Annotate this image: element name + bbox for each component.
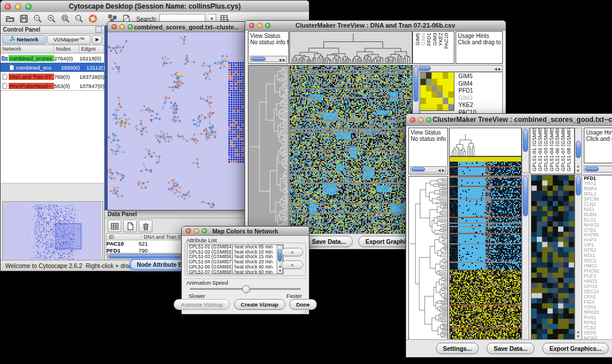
network-view-titlebar[interactable]: combined_scores_good.txt--cluste... [108,22,250,32]
tv1-view-status: View Status No status info f ◀▶ [248,31,289,64]
network-overview[interactable] [2,201,103,263]
tv1-save-data-button[interactable]: Save Data... [305,236,353,247]
network-nodes: 2569(6) [61,64,86,71]
close-button[interactable] [5,3,11,10]
network-table-row[interactable]: RNAPuberNov2+563(0)107847(0) [1,81,104,90]
tv1-gene-label: PFD1 [458,87,476,95]
treeview2-titlebar[interactable]: ClusterMaker TreeView : combined_scores_… [406,114,612,126]
resize-grip[interactable] [302,307,308,313]
close-button[interactable] [112,24,117,29]
network-edges: 183728(0) [79,74,105,80]
treeview1-titlebar[interactable]: ClusterMaker TreeView : DNA and Tran 07-… [245,21,506,30]
move-up-button[interactable]: ∧ [281,248,303,256]
zoom-fit-icon[interactable] [59,13,71,24]
tv2-column-dendrogram[interactable] [449,128,522,156]
tv1-column-label: PFD1 [426,33,431,46]
network-name: combined_scores [9,55,54,62]
tv2-zoom-hscrollbar[interactable] [584,166,612,173]
zoom-button[interactable] [128,24,133,29]
new-attribute-icon[interactable] [123,220,137,232]
tv2-zoom-heatmap[interactable] [531,175,575,340]
minimize-button[interactable] [15,3,21,10]
tab-vizmapper[interactable]: VizMapper™ [47,35,91,44]
network-edges: 16218(0) [79,55,105,62]
tv2-gene-labels: PFD1YRA1RNR4MSL1SPC98CLN1NIS1BUD4ELG1MAK… [583,175,612,340]
tv1-gene-label: GIM3 [458,95,476,102]
tv1-row-dendrogram[interactable] [248,65,289,235]
attribute-list[interactable]: GPL51-01 (GSM854) heat shock 05 minGPL51… [187,244,284,274]
tab-network[interactable]: Network [2,35,46,44]
control-panel: Control Panel Network VizMapper™ ▶ N [1,26,105,260]
slider-thumb[interactable] [242,285,250,293]
close-button[interactable] [410,117,415,122]
open-folder-icon[interactable] [4,13,16,24]
tv2-heatmap[interactable] [449,156,522,340]
network-table-row[interactable]: DNA and Tran 07769(0)183728(0) [1,72,104,81]
cytoscape-titlebar[interactable]: Cytoscape Desktop (Session Name: collins… [1,1,309,13]
tv2-gene-scrollbar[interactable]: ▲▼ [575,175,582,340]
minimize-button[interactable] [257,23,262,28]
network-table-header: Network Nodes Edges [1,45,104,53]
network-view-canvas[interactable] [108,32,248,209]
minimize-button[interactable] [194,228,199,233]
help-ring-icon[interactable] [87,13,98,24]
tv2-column-label: GPL51-03 (GSM856) [543,128,548,171]
control-panel-title: Control Panel [3,26,40,33]
tv1-zoom-hscrollbar[interactable]: ◀▶ [412,65,503,72]
tv2-column-label: GPL51-08 (GSM872) [566,128,571,171]
tv2-row-dendrogram[interactable] [408,176,448,340]
tv1-column-labels: GIM5GIM4PFD1GIM3YKE2PAC10 [412,31,454,64]
faster-label: Faster [286,293,302,299]
animation-speed-slider[interactable] [190,288,301,290]
tab-overflow-arrow[interactable]: ▶ [92,35,102,44]
zoom-in-icon[interactable] [45,13,57,24]
tv2-collabel-scrollbar[interactable]: ▲▼ [575,128,582,174]
tv1-heatmap[interactable] [289,65,412,235]
minimize-button[interactable] [120,24,125,29]
window-controls [5,3,32,10]
close-button[interactable] [249,23,254,28]
tv2-save-data-button[interactable]: Save Data... [487,343,534,354]
save-icon[interactable] [18,13,29,24]
tv1-column-label: YKE2 [438,33,443,46]
tv1-column-dendrogram[interactable] [289,31,412,64]
tv2-status-hscrollbar[interactable]: ◀▶ [410,166,446,173]
slower-label: Slower [189,293,205,299]
zoom-actual-icon[interactable]: 1:1 [73,13,85,24]
dialog-titlebar[interactable]: Map Colors to Network [182,227,309,236]
animation-speed-label: Animation Speed [186,279,228,286]
treeview2-window: ClusterMaker TreeView : combined_scores_… [406,113,612,358]
network-table-row[interactable]: combined_scores2764(0)16218(0) [1,53,104,63]
tv1-zoom-heatmap[interactable] [420,72,454,111]
attribute-table-icon[interactable] [108,220,121,232]
zoom-button[interactable] [426,117,431,122]
tv2-top-vscrollbar[interactable] [522,128,529,173]
create-vizmap-button[interactable]: Create Vizmap [234,299,285,310]
tv1-status-hscrollbar[interactable]: ◀▶ [250,56,287,62]
minimize-button[interactable] [418,117,423,122]
tv2-button-bar: Settings... Save Data... Export Graphics… [406,339,612,357]
network-nodes: 2764(0) [54,55,79,62]
zoom-button[interactable] [202,228,207,233]
tv1-gene-label: YKE2 [458,102,476,109]
network-table-row[interactable]: combined_sco2569(6)13112(15) [1,63,104,72]
map-colors-dialog: Map Colors to Network Attribute List GPL… [181,226,309,315]
tv1-zoom-gene-labels: GIM5GIM4PFD1GIM3YKE2PAC10 [457,72,476,116]
tv2-settings-button[interactable]: Settings... [436,343,479,354]
zoom-button[interactable] [265,23,270,28]
network-name: RNAPuberNov2+ [9,83,54,89]
zoom-button[interactable] [25,3,32,10]
float-panel-icon[interactable] [95,26,102,33]
tv1-column-label: GIM4 [420,33,426,45]
close-button[interactable] [186,228,191,233]
network-view-window: combined_scores_good.txt--cluste... [107,21,250,210]
delete-attribute-icon[interactable] [139,220,152,232]
move-down-button[interactable]: ∨ [281,260,303,269]
tv2-column-labels: GPL51-01 (GSM854)GPL51-02 (GSM855)GPL51-… [530,128,575,174]
tv1-column-label: GIM3 [432,33,437,45]
attribute-item[interactable]: GPL51-07 (GSM868) heat shock 60 min [188,270,283,274]
tv2-vscrollbar[interactable] [522,175,529,340]
zoom-out-icon[interactable] [32,13,43,24]
tv2-export-graphics-button[interactable]: Export Graphics... [542,343,608,354]
network-overview-canvas[interactable] [3,202,101,262]
